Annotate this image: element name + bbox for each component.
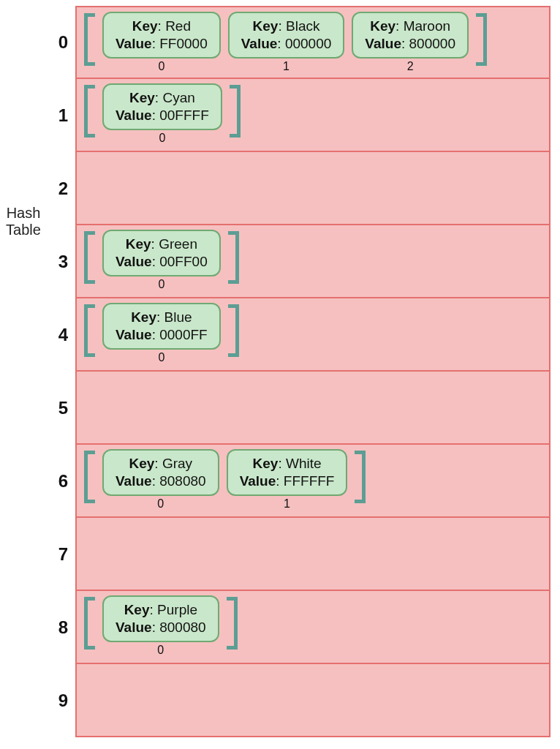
bucket — [75, 152, 550, 225]
bucket-index: 4 — [31, 298, 68, 372]
bucket: Key: GreenValue: 00FF000 — [75, 225, 550, 298]
kv-key-line: Key: White — [240, 455, 335, 473]
value-value: 00FFFF — [159, 108, 209, 123]
kv-key-line: Key: Red — [116, 18, 208, 35]
bracket-left-icon — [84, 85, 95, 138]
kv-key-line: Key: Maroon — [365, 18, 455, 35]
value-value: 000000 — [285, 36, 331, 51]
value-label: Value — [116, 36, 152, 51]
bucket-index: 9 — [31, 664, 68, 737]
value-label: Value — [116, 620, 152, 635]
bracket-left-icon — [84, 451, 95, 503]
kv-key-line: Key: Cyan — [116, 89, 209, 107]
hash-bucket-row: 7 — [75, 518, 550, 591]
value-label: Value — [116, 254, 152, 269]
value-label: Value — [116, 327, 152, 342]
hash-table: 0Key: RedValue: FF00000Key: BlackValue: … — [75, 6, 550, 737]
kv-value-line: Value: 0000FF — [116, 326, 208, 344]
bracket-right-icon — [476, 13, 487, 66]
kv-key-line: Key: Blue — [116, 309, 208, 326]
kv-cell: Key: BlueValue: 0000FF — [102, 303, 221, 350]
kv-cell: Key: MaroonValue: 800000 — [352, 12, 469, 59]
value-label: Value — [241, 36, 278, 51]
bucket-index: 2 — [31, 152, 68, 225]
bracket-right-icon — [228, 304, 239, 357]
bucket: Key: GrayValue: 8080800Key: WhiteValue: … — [75, 445, 550, 518]
bucket: Key: PurpleValue: 8000800 — [75, 591, 550, 664]
value-value: 00FF00 — [159, 254, 207, 269]
kv-value-line: Value: 800080 — [116, 619, 206, 636]
key-value: Red — [165, 18, 191, 34]
bracket-left-icon — [84, 231, 95, 284]
value-label: Value — [116, 108, 152, 123]
item-index: 0 — [158, 278, 164, 291]
kv-key-line: Key: Green — [116, 236, 208, 253]
bracket-right-icon — [227, 597, 238, 650]
bucket-items: Key: RedValue: FF00000Key: BlackValue: 0… — [84, 12, 542, 78]
key-value: Gray — [162, 456, 192, 471]
kv-key-line: Key: Purple — [116, 601, 206, 619]
bracket-left-icon — [84, 304, 95, 357]
kv-value-line: Value: 00FF00 — [116, 253, 208, 271]
bucket-items: Key: CyanValue: 00FFFF0 — [84, 83, 542, 151]
key-value: Green — [159, 236, 197, 252]
kv-value-line: Value: 800000 — [365, 35, 455, 53]
kv-cell: Key: RedValue: FF0000 — [102, 12, 221, 59]
bucket-index: 5 — [31, 372, 68, 445]
kv-key-line: Key: Black — [241, 18, 332, 35]
key-label: Key — [129, 90, 155, 105]
bucket-item: Key: CyanValue: 00FFFF0 — [102, 83, 222, 145]
value-value: 808080 — [159, 473, 205, 489]
value-label: Value — [365, 36, 401, 51]
bucket-items: Key: BlueValue: 0000FF0 — [84, 303, 542, 370]
key-value: Blue — [164, 309, 192, 325]
item-index: 0 — [158, 351, 164, 364]
kv-value-line: Value: 808080 — [116, 473, 206, 490]
item-index: 0 — [157, 644, 164, 657]
bracket-right-icon — [230, 85, 241, 138]
key-label: Key — [131, 309, 156, 325]
item-index: 0 — [159, 132, 165, 145]
item-index: 2 — [407, 60, 414, 73]
key-label: Key — [253, 18, 279, 34]
kv-key-line: Key: Gray — [116, 455, 206, 473]
item-index: 1 — [283, 60, 290, 73]
bucket-index: 7 — [31, 518, 68, 591]
key-label: Key — [370, 18, 396, 34]
bucket-item: Key: GreenValue: 00FF000 — [102, 230, 221, 291]
bucket-item: Key: RedValue: FF00000 — [102, 12, 221, 73]
bucket-item: Key: BlueValue: 0000FF0 — [102, 303, 221, 364]
bucket-items: Key: PurpleValue: 8000800 — [84, 595, 542, 663]
hash-bucket-row: 4Key: BlueValue: 0000FF0 — [75, 298, 550, 372]
key-label: Key — [126, 236, 151, 252]
hash-bucket-row: 2 — [75, 152, 550, 225]
kv-cell: Key: GreenValue: 00FF00 — [102, 230, 221, 276]
bucket — [75, 664, 550, 737]
value-value: 0000FF — [159, 327, 207, 342]
bracket-right-icon — [355, 451, 366, 503]
key-label: Key — [129, 456, 155, 471]
bucket-item: Key: PurpleValue: 8000800 — [102, 595, 219, 657]
bucket-item: Key: WhiteValue: FFFFFF1 — [227, 449, 348, 511]
kv-cell: Key: PurpleValue: 800080 — [102, 595, 219, 642]
key-label: Key — [253, 456, 279, 471]
key-label: Key — [132, 18, 158, 34]
bracket-right-icon — [228, 231, 239, 284]
bucket — [75, 518, 550, 591]
bracket-left-icon — [84, 13, 95, 66]
bucket-item: Key: BlackValue: 0000001 — [228, 12, 345, 73]
bucket-index: 8 — [31, 591, 68, 664]
bucket-index: 1 — [31, 79, 68, 152]
hash-bucket-row: 3Key: GreenValue: 00FF000 — [75, 225, 550, 298]
value-value: 800080 — [159, 620, 205, 635]
key-value: White — [286, 456, 322, 471]
bucket-index: 0 — [31, 6, 68, 79]
key-label: Key — [124, 602, 150, 617]
kv-cell: Key: CyanValue: 00FFFF — [102, 83, 222, 130]
kv-cell: Key: GrayValue: 808080 — [102, 449, 219, 496]
bucket-index: 6 — [31, 445, 68, 518]
bucket: Key: RedValue: FF00000Key: BlackValue: 0… — [75, 6, 550, 79]
hash-bucket-row: 5 — [75, 372, 550, 445]
kv-value-line: Value: FF0000 — [116, 35, 208, 53]
item-index: 0 — [157, 497, 164, 511]
